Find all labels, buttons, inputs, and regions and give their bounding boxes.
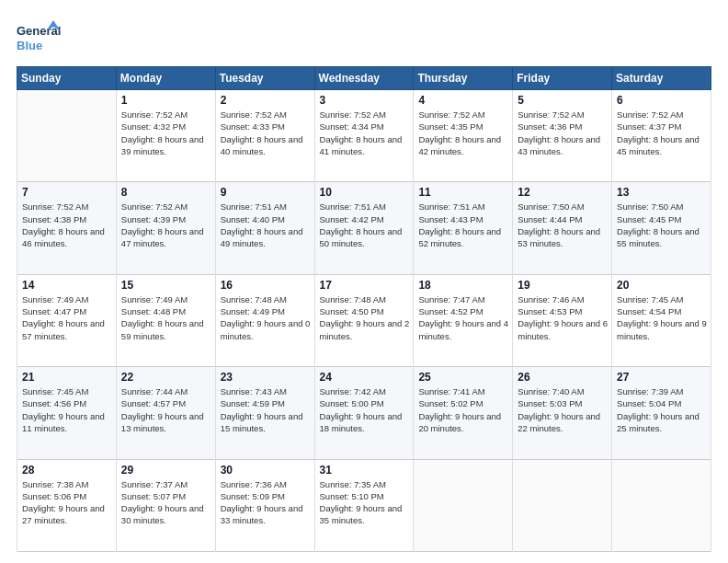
calendar-cell: 15Sunrise: 7:49 AMSunset: 4:48 PMDayligh…: [116, 274, 215, 366]
weekday-header-tuesday: Tuesday: [215, 67, 314, 90]
calendar-cell: 22Sunrise: 7:44 AMSunset: 4:57 PMDayligh…: [116, 367, 215, 459]
calendar-cell: [17, 90, 117, 182]
calendar-cell: 25Sunrise: 7:41 AMSunset: 5:02 PMDayligh…: [414, 367, 513, 459]
calendar-cell: 20Sunrise: 7:45 AMSunset: 4:54 PMDayligh…: [612, 274, 711, 366]
calendar-cell: 14Sunrise: 7:49 AMSunset: 4:47 PMDayligh…: [17, 274, 117, 366]
day-info: Sunrise: 7:52 AMSunset: 4:32 PMDaylight:…: [121, 109, 211, 157]
calendar-cell: 7Sunrise: 7:52 AMSunset: 4:38 PMDaylight…: [17, 182, 117, 274]
day-number: 22: [121, 371, 211, 384]
day-info: Sunrise: 7:52 AMSunset: 4:33 PMDaylight:…: [221, 109, 311, 157]
weekday-header-wednesday: Wednesday: [314, 67, 414, 90]
day-number: 17: [320, 279, 410, 292]
week-row-1: 7Sunrise: 7:52 AMSunset: 4:38 PMDaylight…: [17, 182, 711, 274]
calendar-cell: 12Sunrise: 7:50 AMSunset: 4:44 PMDayligh…: [513, 182, 612, 274]
day-number: 26: [518, 371, 608, 384]
day-info: Sunrise: 7:40 AMSunset: 5:03 PMDaylight:…: [518, 385, 608, 434]
day-info: Sunrise: 7:52 AMSunset: 4:39 PMDaylight:…: [121, 201, 211, 249]
day-info: Sunrise: 7:39 AMSunset: 5:04 PMDaylight:…: [617, 385, 707, 434]
day-info: Sunrise: 7:52 AMSunset: 4:38 PMDaylight:…: [22, 201, 112, 249]
day-number: 13: [617, 186, 707, 199]
day-info: Sunrise: 7:52 AMSunset: 4:36 PMDaylight:…: [518, 109, 608, 157]
day-number: 16: [221, 279, 311, 292]
day-info: Sunrise: 7:48 AMSunset: 4:49 PMDaylight:…: [221, 293, 311, 342]
day-number: 6: [617, 94, 707, 107]
logo-svg: General Blue: [17, 17, 63, 57]
calendar-table: SundayMondayTuesdayWednesdayThursdayFrid…: [17, 66, 711, 552]
day-info: Sunrise: 7:38 AMSunset: 5:06 PMDaylight:…: [22, 478, 112, 527]
calendar-cell: 28Sunrise: 7:38 AMSunset: 5:06 PMDayligh…: [17, 459, 117, 551]
day-number: 15: [121, 279, 211, 292]
day-number: 5: [518, 94, 608, 107]
calendar-cell: 1Sunrise: 7:52 AMSunset: 4:32 PMDaylight…: [116, 90, 215, 182]
calendar-cell: [513, 459, 612, 551]
day-info: Sunrise: 7:45 AMSunset: 4:56 PMDaylight:…: [22, 385, 112, 434]
day-number: 2: [221, 94, 311, 107]
calendar-cell: 11Sunrise: 7:51 AMSunset: 4:43 PMDayligh…: [414, 182, 513, 274]
day-number: 10: [320, 186, 410, 199]
day-number: 11: [418, 186, 508, 199]
day-info: Sunrise: 7:35 AMSunset: 5:10 PMDaylight:…: [320, 478, 410, 527]
day-number: 19: [518, 279, 608, 292]
calendar-cell: 9Sunrise: 7:51 AMSunset: 4:40 PMDaylight…: [215, 182, 314, 274]
calendar-cell: 21Sunrise: 7:45 AMSunset: 4:56 PMDayligh…: [17, 367, 117, 459]
day-number: 7: [22, 186, 112, 199]
day-info: Sunrise: 7:42 AMSunset: 5:00 PMDaylight:…: [320, 385, 410, 434]
day-info: Sunrise: 7:52 AMSunset: 4:34 PMDaylight:…: [320, 109, 410, 157]
logo: General Blue: [17, 17, 63, 57]
day-info: Sunrise: 7:52 AMSunset: 4:37 PMDaylight:…: [617, 109, 707, 157]
day-info: Sunrise: 7:49 AMSunset: 4:47 PMDaylight:…: [22, 293, 112, 342]
calendar-cell: 6Sunrise: 7:52 AMSunset: 4:37 PMDaylight…: [612, 90, 711, 182]
week-row-3: 21Sunrise: 7:45 AMSunset: 4:56 PMDayligh…: [17, 367, 711, 459]
calendar-cell: 18Sunrise: 7:47 AMSunset: 4:52 PMDayligh…: [414, 274, 513, 366]
calendar-cell: [414, 459, 513, 551]
day-info: Sunrise: 7:51 AMSunset: 4:40 PMDaylight:…: [221, 201, 311, 249]
day-number: 1: [121, 94, 211, 107]
day-number: 28: [22, 464, 112, 477]
day-info: Sunrise: 7:51 AMSunset: 4:43 PMDaylight:…: [418, 201, 508, 249]
day-info: Sunrise: 7:46 AMSunset: 4:53 PMDaylight:…: [518, 293, 608, 342]
calendar-cell: 4Sunrise: 7:52 AMSunset: 4:35 PMDaylight…: [414, 90, 513, 182]
calendar-cell: 17Sunrise: 7:48 AMSunset: 4:50 PMDayligh…: [314, 274, 414, 366]
calendar-cell: 2Sunrise: 7:52 AMSunset: 4:33 PMDaylight…: [215, 90, 314, 182]
header: General Blue: [17, 17, 711, 57]
day-number: 18: [418, 279, 508, 292]
day-number: 9: [221, 186, 311, 199]
day-number: 12: [518, 186, 608, 199]
day-number: 8: [121, 186, 211, 199]
calendar-cell: 13Sunrise: 7:50 AMSunset: 4:45 PMDayligh…: [612, 182, 711, 274]
day-info: Sunrise: 7:43 AMSunset: 4:59 PMDaylight:…: [221, 385, 311, 434]
day-number: 29: [121, 464, 211, 477]
calendar-cell: 27Sunrise: 7:39 AMSunset: 5:04 PMDayligh…: [612, 367, 711, 459]
day-number: 31: [320, 464, 410, 477]
day-number: 27: [617, 371, 707, 384]
calendar-cell: 8Sunrise: 7:52 AMSunset: 4:39 PMDaylight…: [116, 182, 215, 274]
calendar-cell: 30Sunrise: 7:36 AMSunset: 5:09 PMDayligh…: [215, 459, 314, 551]
day-info: Sunrise: 7:44 AMSunset: 4:57 PMDaylight:…: [121, 385, 211, 434]
day-info: Sunrise: 7:50 AMSunset: 4:45 PMDaylight:…: [617, 201, 707, 249]
week-row-4: 28Sunrise: 7:38 AMSunset: 5:06 PMDayligh…: [17, 459, 711, 551]
day-info: Sunrise: 7:52 AMSunset: 4:35 PMDaylight:…: [418, 109, 508, 157]
day-info: Sunrise: 7:37 AMSunset: 5:07 PMDaylight:…: [121, 478, 211, 527]
day-number: 3: [320, 94, 410, 107]
day-info: Sunrise: 7:50 AMSunset: 4:44 PMDaylight:…: [518, 201, 608, 249]
calendar-cell: 16Sunrise: 7:48 AMSunset: 4:49 PMDayligh…: [215, 274, 314, 366]
day-number: 4: [418, 94, 508, 107]
day-number: 24: [320, 371, 410, 384]
day-info: Sunrise: 7:36 AMSunset: 5:09 PMDaylight:…: [221, 478, 311, 527]
day-number: 23: [221, 371, 311, 384]
calendar-cell: 19Sunrise: 7:46 AMSunset: 4:53 PMDayligh…: [513, 274, 612, 366]
day-number: 21: [22, 371, 112, 384]
week-row-0: 1Sunrise: 7:52 AMSunset: 4:32 PMDaylight…: [17, 90, 711, 182]
calendar-cell: 3Sunrise: 7:52 AMSunset: 4:34 PMDaylight…: [314, 90, 414, 182]
day-info: Sunrise: 7:47 AMSunset: 4:52 PMDaylight:…: [418, 293, 508, 342]
svg-text:Blue: Blue: [17, 39, 42, 52]
calendar-cell: 23Sunrise: 7:43 AMSunset: 4:59 PMDayligh…: [215, 367, 314, 459]
week-row-2: 14Sunrise: 7:49 AMSunset: 4:47 PMDayligh…: [17, 274, 711, 366]
weekday-header-thursday: Thursday: [414, 67, 513, 90]
day-info: Sunrise: 7:45 AMSunset: 4:54 PMDaylight:…: [617, 293, 707, 342]
calendar-cell: 24Sunrise: 7:42 AMSunset: 5:00 PMDayligh…: [314, 367, 414, 459]
page: General Blue SundayMondayTuesdayWednesda…: [0, 0, 728, 563]
day-info: Sunrise: 7:49 AMSunset: 4:48 PMDaylight:…: [121, 293, 211, 342]
calendar-cell: 26Sunrise: 7:40 AMSunset: 5:03 PMDayligh…: [513, 367, 612, 459]
day-number: 25: [418, 371, 508, 384]
